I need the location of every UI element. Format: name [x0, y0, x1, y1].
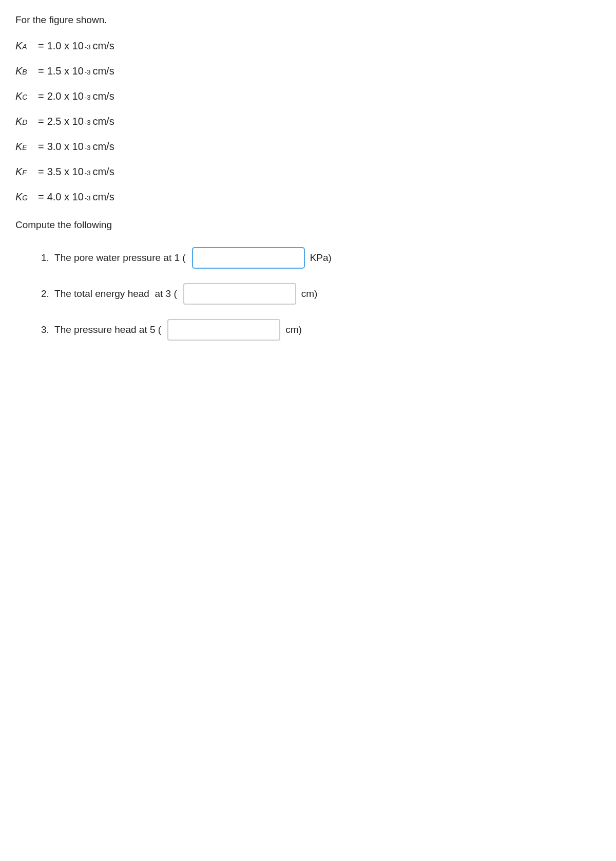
k-subscript-B: B — [22, 68, 27, 76]
k-exp-G: -3 — [85, 194, 91, 202]
k-unit-G: cm/s — [92, 191, 114, 203]
k-exp-C: -3 — [85, 93, 91, 101]
eq-sign-B: = — [38, 65, 44, 77]
equation-row-C: KC = 2.0 x 10-3 cm/s — [15, 90, 601, 102]
equation-row-E: KE = 3.0 x 10-3 cm/s — [15, 141, 601, 153]
k-subscript-G: G — [22, 194, 28, 202]
k-exp-E: -3 — [85, 144, 91, 152]
question-1: 1. The pore water pressure at 1 ( KPa) — [15, 247, 601, 269]
compute-title: Compute the following — [15, 219, 601, 231]
question-3-label: 3. The pressure head at 5 ( — [41, 324, 161, 335]
k-exp-F: -3 — [85, 169, 91, 177]
k-subscript-C: C — [22, 93, 27, 101]
k-label-E: KE — [15, 141, 35, 153]
question-3: 3. The pressure head at 5 ( cm) — [15, 319, 601, 341]
k-unit-C: cm/s — [92, 90, 114, 102]
k-value-F: 3.5 x 10-3 — [47, 166, 91, 178]
k-value-A: 1.0 x 10-3 — [47, 40, 91, 52]
unit-suffix-1: KPa) — [310, 252, 332, 264]
k-unit-D: cm/s — [92, 116, 114, 127]
k-value-D: 2.5 x 10-3 — [47, 116, 91, 127]
k-exp-B: -3 — [85, 68, 91, 76]
eq-sign-F: = — [38, 166, 44, 178]
k-subscript-A: A — [22, 43, 27, 51]
eq-sign-D: = — [38, 116, 44, 127]
k-label-B: KB — [15, 65, 35, 77]
k-exp-D: -3 — [85, 119, 91, 126]
k-value-B: 1.5 x 10-3 — [47, 65, 91, 77]
question-2-label: 2. The total energy head at 3 ( — [41, 288, 177, 300]
k-value-G: 4.0 x 10-3 — [47, 191, 91, 203]
eq-sign-G: = — [38, 191, 44, 203]
k-unit-B: cm/s — [92, 65, 114, 77]
equation-row-B: KB = 1.5 x 10-3 cm/s — [15, 65, 601, 77]
equation-row-A: KA = 1.0 x 10-3 cm/s — [15, 40, 601, 52]
equation-row-D: KD = 2.5 x 10-3 cm/s — [15, 116, 601, 127]
equation-row-F: KF = 3.5 x 10-3 cm/s — [15, 166, 601, 178]
k-unit-E: cm/s — [92, 141, 114, 153]
k-unit-F: cm/s — [92, 166, 114, 178]
k-unit-A: cm/s — [92, 40, 114, 52]
intro-text: For the figure shown. — [15, 14, 601, 26]
unit-suffix-2: cm) — [301, 288, 318, 300]
compute-section: Compute the following 1. The pore water … — [15, 219, 601, 341]
answer-input-2[interactable] — [183, 283, 296, 305]
answer-input-3[interactable] — [167, 319, 280, 341]
k-subscript-E: E — [22, 143, 27, 152]
k-label-G: KG — [15, 191, 35, 203]
question-2: 2. The total energy head at 3 ( cm) — [15, 283, 601, 305]
answer-input-1[interactable] — [192, 247, 305, 269]
k-label-C: KC — [15, 90, 35, 102]
k-label-D: KD — [15, 116, 35, 127]
equations-container: KA = 1.0 x 10-3 cm/s KB = 1.5 x 10-3 cm/… — [15, 40, 601, 203]
equation-row-G: KG = 4.0 x 10-3 cm/s — [15, 191, 601, 203]
k-subscript-D: D — [22, 118, 27, 126]
k-exp-A: -3 — [85, 43, 91, 51]
eq-sign-E: = — [38, 141, 44, 153]
k-label-A: KA — [15, 40, 35, 52]
unit-suffix-3: cm) — [285, 324, 302, 335]
eq-sign-A: = — [38, 40, 44, 52]
k-label-F: KF — [15, 166, 35, 178]
k-subscript-F: F — [22, 169, 27, 177]
k-value-C: 2.0 x 10-3 — [47, 90, 91, 102]
question-1-label: 1. The pore water pressure at 1 ( — [41, 252, 186, 264]
k-value-E: 3.0 x 10-3 — [47, 141, 91, 153]
eq-sign-C: = — [38, 90, 44, 102]
